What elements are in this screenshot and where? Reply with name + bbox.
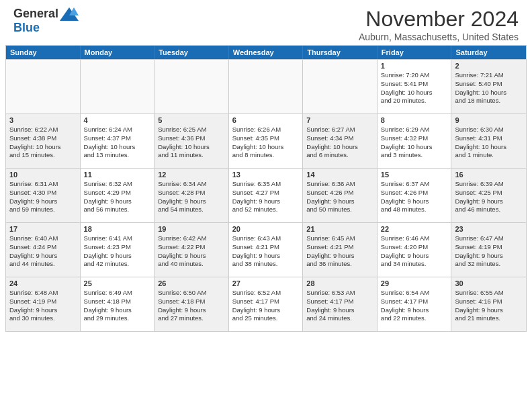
logo-icon (60, 7, 79, 21)
week-3: 10Sunrise: 6:31 AMSunset: 4:30 PMDayligh… (6, 168, 526, 222)
calendar-cell (303, 60, 378, 113)
cell-line: and 44 minutes. (9, 260, 77, 269)
cell-line: Daylight: 10 hours (455, 89, 523, 97)
day-number: 7 (306, 116, 373, 124)
logo-general-text: General (13, 7, 58, 21)
cell-line: Daylight: 9 hours (232, 197, 300, 206)
day-number: 27 (232, 279, 300, 287)
cell-line: and 8 minutes. (232, 151, 300, 160)
cell-line: Sunrise: 6:50 AM (158, 289, 225, 298)
cell-line: and 50 minutes. (306, 205, 373, 214)
cell-line: and 46 minutes. (455, 205, 523, 214)
cell-line: and 32 minutes. (455, 260, 523, 269)
cell-line: Sunset: 4:36 PM (158, 134, 225, 143)
cell-line: Sunset: 4:24 PM (9, 243, 77, 252)
cell-line: and 40 minutes. (158, 260, 225, 269)
cell-line: Sunset: 4:17 PM (306, 298, 373, 306)
cell-line: and 42 minutes. (84, 260, 151, 269)
cell-line: Daylight: 9 hours (455, 197, 523, 206)
cell-line: and 22 minutes. (381, 314, 448, 323)
calendar-cell: 24Sunrise: 6:48 AMSunset: 4:19 PMDayligh… (6, 277, 81, 331)
cell-line: Sunrise: 6:39 AM (455, 180, 523, 189)
day-number: 29 (381, 279, 448, 287)
cell-line: Sunset: 4:29 PM (84, 189, 151, 197)
cell-line: Daylight: 9 hours (158, 252, 225, 261)
cell-line: Sunrise: 6:36 AM (306, 180, 373, 189)
cell-line: Sunrise: 6:52 AM (232, 289, 300, 298)
cell-line: Daylight: 9 hours (84, 252, 151, 261)
calendar-cell: 30Sunrise: 6:55 AMSunset: 4:16 PMDayligh… (451, 277, 526, 331)
cell-line: Daylight: 9 hours (381, 197, 448, 206)
cell-line: Daylight: 10 hours (9, 143, 77, 152)
cell-line: and 56 minutes. (84, 205, 151, 214)
cell-line: Sunset: 4:27 PM (232, 189, 300, 197)
calendar-cell (6, 60, 81, 113)
cell-line: and 1 minute. (455, 151, 523, 160)
calendar-cell: 12Sunrise: 6:34 AMSunset: 4:28 PMDayligh… (154, 169, 229, 222)
day-number: 2 (455, 62, 523, 70)
cell-line: Daylight: 9 hours (232, 306, 300, 315)
cell-line: Daylight: 9 hours (9, 306, 77, 315)
cell-line: Sunrise: 6:46 AM (381, 234, 448, 243)
page: General Blue November 2024 Auburn, Massa… (0, 0, 532, 332)
cell-line: and 6 minutes. (306, 151, 373, 160)
cell-line: Daylight: 9 hours (306, 197, 373, 206)
calendar-cell: 27Sunrise: 6:52 AMSunset: 4:17 PMDayligh… (229, 277, 304, 331)
cell-line: Daylight: 9 hours (455, 306, 523, 315)
cell-line: Sunset: 4:34 PM (306, 134, 373, 143)
cell-line: Daylight: 9 hours (9, 252, 77, 261)
cell-line: Sunrise: 6:54 AM (381, 289, 448, 298)
day-number: 3 (9, 116, 77, 124)
day-number: 13 (232, 171, 300, 179)
cell-line: and 48 minutes. (381, 205, 448, 214)
calendar-cell: 23Sunrise: 6:47 AMSunset: 4:19 PMDayligh… (451, 223, 526, 277)
cell-line: Sunset: 4:16 PM (455, 298, 523, 306)
cell-line: Sunrise: 6:27 AM (306, 126, 373, 134)
calendar-cell: 21Sunrise: 6:45 AMSunset: 4:21 PMDayligh… (303, 223, 378, 277)
week-4: 17Sunrise: 6:40 AMSunset: 4:24 PMDayligh… (6, 222, 526, 277)
cell-line: Sunset: 4:20 PM (381, 243, 448, 252)
calendar-cell: 17Sunrise: 6:40 AMSunset: 4:24 PMDayligh… (6, 223, 81, 277)
calendar-cell: 28Sunrise: 6:53 AMSunset: 4:17 PMDayligh… (303, 277, 378, 331)
cell-line: Sunset: 4:17 PM (232, 298, 300, 306)
day-number: 23 (455, 225, 523, 233)
calendar-cell: 13Sunrise: 6:35 AMSunset: 4:27 PMDayligh… (229, 169, 304, 222)
day-number: 4 (84, 116, 151, 124)
location: Auburn, Massachusetts, United States (359, 32, 519, 42)
cell-line: Sunrise: 6:30 AM (455, 126, 523, 134)
day-number: 17 (9, 225, 77, 233)
cell-line: Sunset: 4:37 PM (84, 134, 151, 143)
cell-line: Sunrise: 6:22 AM (9, 126, 77, 134)
cell-line: Sunset: 5:41 PM (381, 80, 448, 89)
calendar-cell (154, 60, 229, 113)
title-block: November 2024 Auburn, Massachusetts, Uni… (359, 7, 519, 42)
calendar-cell: 16Sunrise: 6:39 AMSunset: 4:25 PMDayligh… (451, 169, 526, 222)
cell-line: Sunset: 4:31 PM (455, 134, 523, 143)
cell-line: Sunset: 4:17 PM (381, 298, 448, 306)
cell-line: and 30 minutes. (9, 314, 77, 323)
cell-line: Daylight: 10 hours (158, 143, 225, 152)
cell-line: and 20 minutes. (381, 97, 448, 105)
day-number: 19 (158, 225, 225, 233)
day-number: 16 (455, 171, 523, 179)
cell-line: Daylight: 10 hours (381, 143, 448, 152)
day-number: 30 (455, 279, 523, 287)
cell-line: and 18 minutes. (455, 97, 523, 105)
calendar-cell: 1Sunrise: 7:20 AMSunset: 5:41 PMDaylight… (378, 60, 452, 113)
calendar-cell: 29Sunrise: 6:54 AMSunset: 4:17 PMDayligh… (378, 277, 452, 331)
day-header-monday: Monday (81, 46, 155, 59)
week-2: 3Sunrise: 6:22 AMSunset: 4:38 PMDaylight… (6, 113, 526, 168)
cell-line: and 21 minutes. (455, 314, 523, 323)
cell-line: and 59 minutes. (9, 205, 77, 214)
cell-line: Sunrise: 6:32 AM (84, 180, 151, 189)
calendar-cell: 19Sunrise: 6:42 AMSunset: 4:22 PMDayligh… (154, 223, 229, 277)
cell-line: Sunrise: 6:53 AM (306, 289, 373, 298)
cell-line: Daylight: 9 hours (232, 252, 300, 261)
month-title: November 2024 (359, 7, 519, 32)
day-header-thursday: Thursday (303, 46, 378, 59)
cell-line: Sunrise: 6:34 AM (158, 180, 225, 189)
cell-line: Sunrise: 6:43 AM (232, 234, 300, 243)
day-header-saturday: Saturday (451, 46, 526, 59)
day-number: 12 (158, 171, 225, 179)
cell-line: and 25 minutes. (232, 314, 300, 323)
